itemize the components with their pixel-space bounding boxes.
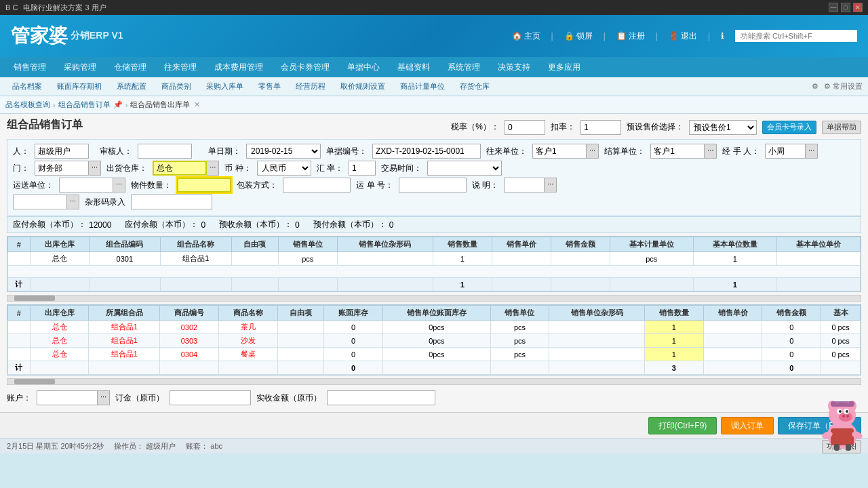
exchange-time-select[interactable] [427, 161, 502, 176]
required-input[interactable] [13, 195, 67, 209]
nav-decision[interactable]: 决策支持 [490, 59, 538, 76]
date-label: 单日期： [208, 146, 241, 157]
card-input-btn[interactable]: 会员卡号录入 [762, 121, 816, 134]
warehouse-input[interactable] [153, 161, 207, 176]
nav-purchase[interactable]: 采购管理 [56, 59, 104, 76]
nav-sales[interactable]: 销售管理 [5, 59, 54, 76]
register-btn[interactable]: 📋 注册 [616, 30, 645, 42]
info-btn[interactable]: ℹ [721, 31, 724, 41]
nav-more[interactable]: 更多应用 [540, 59, 589, 76]
bottom-table-wrapper: # 出库仓库 所属组合品 商品编号 商品名称 自由项 账面库存 销售单位账面库存… [7, 304, 861, 375]
tax-input[interactable] [505, 120, 545, 135]
subnav-purchase-in[interactable]: 采购入库单 [199, 79, 250, 94]
window-title: 电脑行业解决方案 3 用户 [23, 3, 106, 13]
lock-btn[interactable]: 🔒 锁屏 [564, 30, 593, 42]
nav-transactions[interactable]: 往来管理 [156, 59, 205, 76]
remark-input[interactable] [504, 178, 545, 192]
nav-warehouse[interactable]: 仓储管理 [106, 59, 155, 76]
actual-amount-input[interactable] [327, 390, 435, 405]
payable-value: 12000 [89, 220, 111, 230]
status-operator-label: 操作员： [114, 442, 144, 450]
currency-label: 币 种： [224, 163, 251, 174]
subnav-stockinit[interactable]: 账面库存期初 [50, 79, 108, 94]
dept-input[interactable] [35, 161, 89, 176]
barcode-input[interactable] [131, 195, 212, 209]
bottom-table-total-row: 计 0 3 0 [8, 361, 861, 375]
breadcrumb-pin-icon: 📌 [113, 100, 123, 109]
date-select[interactable]: 2019-02-15 [246, 144, 321, 159]
nav-costs[interactable]: 成本费用管理 [206, 59, 271, 76]
header: 管家婆 分销ERP V1 🏠 主页 | 🔒 锁屏 | 📋 注册 | 🚪 退出 |… [0, 15, 868, 57]
subnav-category[interactable]: 商品类别 [155, 79, 198, 94]
account-btn[interactable]: ··· [98, 390, 110, 405]
help-btn[interactable]: 单据帮助 [822, 121, 861, 134]
remark-btn[interactable]: ··· [545, 178, 557, 192]
subnav-history[interactable]: 经营历程 [289, 79, 332, 94]
subnav-sysconfig[interactable]: 系统配置 [110, 79, 153, 94]
scrollbar-thumb[interactable] [14, 296, 55, 301]
print-btn[interactable]: 打印(Ctrl+F9) [648, 417, 717, 434]
discount-label: 扣率： [551, 121, 575, 133]
nav-system[interactable]: 系统管理 [439, 59, 488, 76]
svg-point-4 [846, 415, 849, 418]
search-input[interactable] [735, 30, 857, 42]
nav-membership[interactable]: 会员卡券管理 [273, 59, 338, 76]
maximize-btn[interactable]: □ [841, 3, 850, 12]
delivery-input[interactable] [59, 178, 113, 192]
subnav-pricing[interactable]: 取价规则设置 [334, 79, 392, 94]
subnav-products[interactable]: 品名档案 [5, 79, 49, 94]
top-table-scrollbar[interactable] [7, 295, 861, 302]
table-row[interactable]: 总仓 0301 组合品1 pcs 1 pcs 1 [8, 252, 861, 266]
bottom-table-row-2[interactable]: 总仓 组合品1 0303 沙发 0 0pcs pcs 1 0 0 pcs [8, 334, 861, 348]
order-amount-input[interactable] [170, 390, 251, 405]
bottom-scrollbar-thumb[interactable] [14, 379, 55, 384]
nav-basics[interactable]: 基础资料 [389, 59, 438, 76]
bottom-form: 账户： ··· 订金（原币） 实收金额（原币） [7, 388, 861, 408]
close-btn[interactable]: ✕ [853, 3, 863, 12]
settle-unit-input[interactable] [650, 144, 705, 159]
package-input[interactable] [283, 178, 351, 192]
bottom-table-row-3[interactable]: 总仓 组合品1 0304 餐桌 0 0pcs pcs 1 0 0 pcs [8, 348, 861, 361]
logo-text: 管家婆 [11, 23, 68, 49]
home-btn[interactable]: 🏠 主页 [512, 30, 540, 42]
currency-select[interactable]: 人民币 [257, 161, 311, 176]
minimize-btn[interactable]: — [829, 3, 838, 12]
subnav-retail[interactable]: 零售单 [252, 79, 288, 94]
handler-btn[interactable]: ··· [806, 144, 818, 159]
parts-count-input[interactable] [177, 178, 231, 192]
person-input[interactable] [35, 144, 89, 159]
order-no-input[interactable] [372, 144, 481, 159]
subnav-units[interactable]: 商品计量单位 [393, 79, 452, 94]
settle-unit-btn[interactable]: ··· [705, 144, 717, 159]
dept-btn[interactable]: ··· [89, 161, 101, 176]
delivery-btn[interactable]: ··· [113, 178, 125, 192]
adv-value: 0 [389, 220, 394, 230]
bcol-combo: 所属组合品 [89, 306, 160, 321]
price-select[interactable]: 预设售价1 [689, 120, 757, 135]
account-input[interactable] [37, 390, 98, 405]
to-unit-input[interactable] [532, 144, 587, 159]
bottom-table-scrollbar[interactable] [7, 378, 861, 385]
required-btn[interactable]: ··· [67, 195, 79, 209]
transport-input[interactable] [399, 178, 467, 192]
import-btn[interactable]: 调入订单 [721, 417, 774, 434]
to-unit-label: 往来单位： [486, 146, 527, 157]
col-price: 销售单价 [492, 237, 551, 252]
bottom-table-row-1[interactable]: 总仓 组合品1 0302 茶几 0 0pcs pcs 1 0 0 pcs [8, 321, 861, 334]
breadcrumb-item-1[interactable]: 品名模板查询 [5, 100, 50, 110]
logout-btn[interactable]: 🚪 退出 [669, 30, 697, 42]
subnav-warehouse[interactable]: 存货仓库 [453, 79, 496, 94]
to-unit-btn[interactable]: ··· [587, 144, 599, 159]
handler-input[interactable] [765, 144, 806, 159]
breadcrumb-item-2[interactable]: 组合品销售订单 [58, 100, 111, 110]
breadcrumb-close-btn[interactable]: ✕ [194, 100, 200, 109]
rate-input[interactable] [349, 161, 376, 176]
common-settings-btn[interactable]: ⚙ 常用设置 [824, 81, 863, 92]
discount-input[interactable] [580, 120, 621, 135]
nav-documents[interactable]: 单据中心 [339, 59, 388, 76]
warehouse-btn[interactable]: ··· [207, 161, 219, 176]
breadcrumb-item-3[interactable]: 组合品销售出库单 [130, 100, 190, 110]
price-select-label: 预设售价选择： [627, 121, 684, 133]
reviewer-input[interactable] [138, 144, 192, 159]
bcol-unit-stock: 销售单位账面库存 [382, 306, 490, 321]
